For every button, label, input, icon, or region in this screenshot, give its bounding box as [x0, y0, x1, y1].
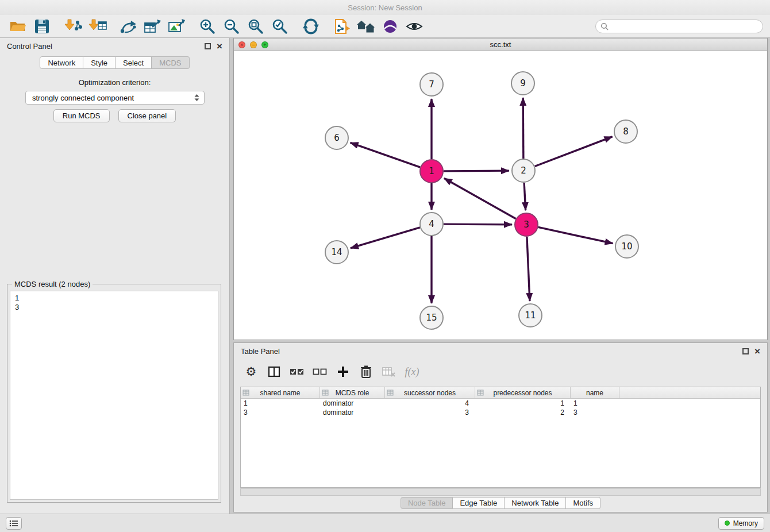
svg-text:2: 2 — [521, 165, 526, 176]
cell-successor-nodes[interactable]: 4 — [385, 399, 475, 408]
tab-motifs[interactable]: Motifs — [566, 497, 600, 509]
graph-edge-1-6[interactable] — [351, 142, 421, 167]
column-header-mcds-role[interactable]: MCDS role — [320, 387, 385, 398]
graph-edge-4-14[interactable] — [351, 228, 420, 248]
run-mcds-button[interactable]: Run MCDS — [53, 109, 110, 122]
graph-node-15[interactable]: 15 — [420, 306, 443, 329]
column-header-predecessor-nodes[interactable]: predecessor nodes — [475, 387, 571, 398]
refresh-button[interactable] — [299, 16, 323, 37]
cell-name[interactable]: 1 — [571, 399, 619, 408]
clipboard-network-button[interactable] — [330, 16, 354, 37]
zoom-fit-button[interactable] — [244, 16, 268, 37]
zoom-out-button[interactable] — [220, 16, 244, 37]
cell-successor-nodes[interactable]: 3 — [385, 408, 475, 417]
tab-node-table[interactable]: Node Table — [401, 497, 453, 509]
cell-mcds-role[interactable]: dominator — [320, 408, 385, 417]
memory-button[interactable]: Memory — [718, 517, 764, 530]
graph-node-14[interactable]: 14 — [325, 241, 348, 264]
style-button[interactable] — [378, 16, 402, 37]
graph-node-2[interactable]: 2 — [512, 159, 535, 182]
zoom-out-icon — [223, 18, 240, 35]
export-network-button[interactable] — [116, 16, 140, 37]
unselect-all-columns-button[interactable] — [310, 362, 330, 381]
open-file-button[interactable] — [6, 16, 30, 37]
svg-text:6: 6 — [334, 133, 340, 143]
tab-mcds[interactable]: MCDS — [152, 56, 189, 69]
tab-edge-table[interactable]: Edge Table — [453, 497, 505, 509]
zoom-selected-button[interactable] — [268, 16, 292, 37]
network-view-window: × − + scc.txt 7968123414101511 — [233, 38, 768, 340]
import-network-button[interactable] — [61, 16, 85, 37]
svg-text:10: 10 — [621, 241, 632, 252]
tab-select[interactable]: Select — [116, 56, 152, 69]
export-table-button[interactable] — [140, 16, 164, 37]
svg-text:11: 11 — [525, 310, 536, 321]
table-settings-button[interactable]: ⚙ — [241, 362, 261, 381]
table-row: 1 dominator 4 1 1 — [241, 399, 760, 408]
graph-node-11[interactable]: 11 — [519, 304, 542, 327]
delete-column-button[interactable] — [356, 362, 376, 381]
graph-edge-3-10[interactable] — [538, 227, 613, 243]
cell-mcds-role[interactable]: dominator — [320, 399, 385, 408]
graph-edge-2-3[interactable] — [524, 183, 526, 210]
show-columns-button[interactable] — [264, 362, 284, 381]
close-panel-action-button[interactable]: Close panel — [118, 109, 176, 122]
window-minimize-icon[interactable]: − — [250, 41, 257, 48]
graph-node-3[interactable]: 3 — [515, 213, 538, 236]
optimization-criterion-label: Optimization criterion: — [0, 78, 229, 87]
export-image-button[interactable] — [164, 16, 188, 37]
graph-node-10[interactable]: 10 — [615, 235, 638, 258]
graph-node-4[interactable]: 4 — [420, 213, 443, 236]
graph-edge-2-9[interactable] — [523, 98, 523, 159]
close-panel-button[interactable]: × — [217, 43, 222, 49]
horizontal-scrollbar[interactable] — [240, 488, 761, 496]
table-toolbar: ⚙ — [241, 360, 422, 383]
graph-node-9[interactable]: 9 — [511, 72, 534, 95]
cell-name[interactable]: 3 — [571, 408, 619, 417]
graph-node-6[interactable]: 6 — [325, 126, 348, 149]
graph-edge-1-2[interactable] — [444, 171, 509, 171]
select-all-columns-button[interactable] — [287, 362, 307, 381]
graph-node-8[interactable]: 8 — [614, 120, 637, 143]
zoom-selected-icon — [271, 18, 288, 35]
table-header-row: shared name MCDS role successor nodes — [241, 387, 760, 399]
control-panel-tabs: Network Style Select MCDS — [0, 56, 229, 69]
graph-edge-4-3[interactable] — [444, 224, 512, 225]
network-canvas[interactable]: 7968123414101511 — [234, 51, 767, 340]
add-column-button[interactable] — [333, 362, 353, 381]
window-zoom-icon[interactable]: + — [261, 41, 268, 48]
column-header-name[interactable]: name — [571, 387, 619, 398]
graph-edge-3-1[interactable] — [444, 178, 516, 218]
zoom-in-button[interactable] — [195, 16, 220, 37]
column-header-filler — [619, 387, 760, 398]
graph-edge-2-8[interactable] — [535, 137, 613, 167]
cell-predecessor-nodes[interactable]: 1 — [475, 399, 571, 408]
save-button[interactable] — [30, 16, 54, 37]
criterion-selected-value: strongly connected component — [32, 94, 134, 102]
node-table: shared name MCDS role successor nodes — [240, 387, 761, 488]
close-table-panel-button[interactable]: × — [754, 348, 760, 354]
criterion-select[interactable]: strongly connected component — [25, 91, 205, 105]
home-button[interactable] — [354, 16, 378, 37]
float-panel-button[interactable] — [205, 43, 211, 49]
show-hide-button[interactable] — [402, 16, 426, 37]
control-panel-header: Control Panel × — [0, 38, 229, 54]
export-image-icon — [168, 18, 185, 34]
graph-node-7[interactable]: 7 — [420, 73, 443, 96]
graph-node-1[interactable]: 1 — [420, 160, 443, 183]
float-table-panel-button[interactable] — [742, 348, 749, 354]
cell-predecessor-nodes[interactable]: 2 — [475, 408, 571, 417]
column-header-shared-name[interactable]: shared name — [241, 387, 320, 398]
graph-edge-3-11[interactable] — [527, 237, 530, 301]
column-header-successor-nodes[interactable]: successor nodes — [385, 387, 475, 398]
tab-network-table[interactable]: Network Table — [505, 497, 566, 509]
search-container — [595, 20, 763, 33]
import-table-button[interactable] — [85, 16, 109, 37]
cell-shared-name[interactable]: 3 — [241, 408, 320, 417]
task-history-button[interactable] — [6, 517, 22, 530]
search-input[interactable] — [595, 20, 763, 33]
window-close-icon[interactable]: × — [238, 41, 245, 48]
cell-shared-name[interactable]: 1 — [241, 399, 320, 408]
tab-network[interactable]: Network — [40, 56, 83, 69]
tab-style[interactable]: Style — [83, 56, 116, 69]
